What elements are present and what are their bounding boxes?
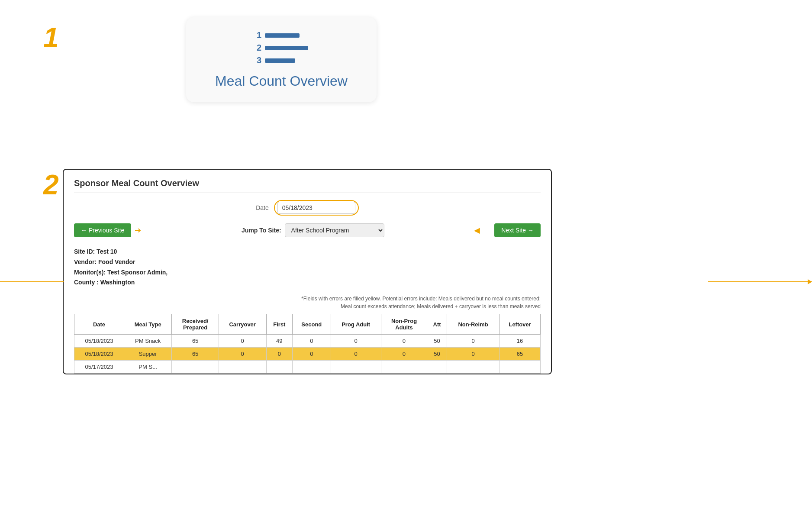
cell-non-prog-adults [381, 361, 427, 374]
icon-bar-3 [265, 58, 295, 63]
table-header-row: Date Meal Type Received/Prepared Carryov… [74, 314, 541, 335]
cell-second: 0 [293, 335, 331, 348]
col-meal-type: Meal Type [124, 314, 172, 335]
col-second: Second [293, 314, 331, 335]
col-non-reimb: Non-Reimb [447, 314, 499, 335]
cell-received: 65 [172, 335, 219, 348]
cell-date: 05/18/2023 [74, 335, 124, 348]
date-row: Date [74, 200, 541, 216]
table-row: 05/17/2023 PM S... [74, 361, 541, 374]
cell-non-reimb: 0 [447, 348, 499, 361]
icon-row-1: 1 [255, 30, 308, 40]
cell-leftover [499, 361, 541, 374]
error-note-line1: *Fields with errors are filled yellow. P… [301, 296, 541, 302]
vendor: Vendor: Food Vendor [74, 257, 541, 268]
col-received: Received/Prepared [172, 314, 219, 335]
county: County : Washington [74, 277, 541, 288]
icon-row-2: 2 [255, 43, 308, 53]
meal-count-card: 1 2 3 Meal Count Overview [186, 17, 377, 102]
next-site-button[interactable]: Next Site → [494, 223, 541, 237]
icon-num-1: 1 [255, 30, 261, 40]
card-icon: 1 2 3 [255, 30, 308, 65]
icon-bar-1 [265, 33, 300, 38]
card-title: Meal Count Overview [215, 73, 348, 89]
cell-att [427, 361, 447, 374]
col-leftover: Leftover [499, 314, 541, 335]
icon-bar-2 [265, 46, 308, 50]
cell-non-prog-adults: 0 [381, 335, 427, 348]
icon-num-2: 2 [255, 43, 261, 53]
col-non-prog-adults: Non-ProgAdults [381, 314, 427, 335]
nav-row: ➔ ← Previous Site Jump To Site: After Sc… [74, 223, 541, 237]
date-input-wrapper [274, 200, 359, 216]
cell-first: 0 [266, 348, 293, 361]
main-panel: Sponsor Meal Count Overview Date ➔ ← Pre… [63, 169, 552, 374]
cell-received: 65 [172, 348, 219, 361]
cell-prog-adult: 0 [331, 335, 381, 348]
cell-date: 05/17/2023 [74, 361, 124, 374]
cell-att: 50 [427, 348, 447, 361]
site-select[interactable]: After School Program Site B Site C [285, 223, 384, 237]
cell-carryover: 0 [219, 335, 266, 348]
step2-label: 2 [43, 169, 59, 201]
cell-first: 49 [266, 335, 293, 348]
date-input[interactable] [277, 202, 355, 214]
col-prog-adult: Prog Adult [331, 314, 381, 335]
cell-att: 50 [427, 335, 447, 348]
cell-carryover [219, 361, 266, 374]
icon-row-3: 3 [255, 55, 308, 65]
meal-table: Date Meal Type Received/Prepared Carryov… [74, 314, 541, 374]
col-first: First [266, 314, 293, 335]
table-row: 05/18/2023 Supper 65 0 0 0 0 0 50 0 65 [74, 348, 541, 361]
prev-site-button[interactable]: ← Previous Site [74, 223, 131, 237]
site-id: Site ID: Test 10 [74, 247, 541, 257]
col-date: Date [74, 314, 124, 335]
cell-leftover: 16 [499, 335, 541, 348]
cell-date: 05/18/2023 [74, 348, 124, 361]
col-att: Att [427, 314, 447, 335]
date-label: Date [256, 204, 269, 211]
cell-meal-type: PM S... [124, 361, 172, 374]
cell-prog-adult: 0 [331, 348, 381, 361]
col-carryover: Carryover [219, 314, 266, 335]
cell-leftover: 65 [499, 348, 541, 361]
cell-non-reimb: 0 [447, 335, 499, 348]
right-arrow-line [708, 281, 812, 282]
cell-first [266, 361, 293, 374]
right-arrow-indicator: ◀ [474, 226, 480, 235]
cell-second [293, 361, 331, 374]
jump-to-site: Jump To Site: After School Program Site … [242, 223, 384, 237]
error-note-line2: Meal count exceeds attendance; Meals del… [341, 303, 541, 309]
left-arrow-line [0, 281, 64, 282]
cell-second: 0 [293, 348, 331, 361]
cell-received [172, 361, 219, 374]
panel-title: Sponsor Meal Count Overview [74, 178, 541, 193]
icon-num-3: 3 [255, 55, 261, 65]
step1-label: 1 [43, 22, 59, 54]
left-arrow-indicator: ➔ [135, 226, 141, 235]
monitors: Monitor(s): Test Sponsor Admin, [74, 268, 541, 278]
table-row: 05/18/2023 PM Snack 65 0 49 0 0 0 50 0 1… [74, 335, 541, 348]
site-info: Site ID: Test 10 Vendor: Food Vendor Mon… [74, 247, 541, 288]
cell-carryover: 0 [219, 348, 266, 361]
cell-prog-adult [331, 361, 381, 374]
error-note: *Fields with errors are filled yellow. P… [74, 295, 541, 310]
cell-non-reimb [447, 361, 499, 374]
cell-meal-type: Supper [124, 348, 172, 361]
cell-non-prog-adults: 0 [381, 348, 427, 361]
cell-meal-type: PM Snack [124, 335, 172, 348]
jump-label: Jump To Site: [242, 227, 281, 234]
